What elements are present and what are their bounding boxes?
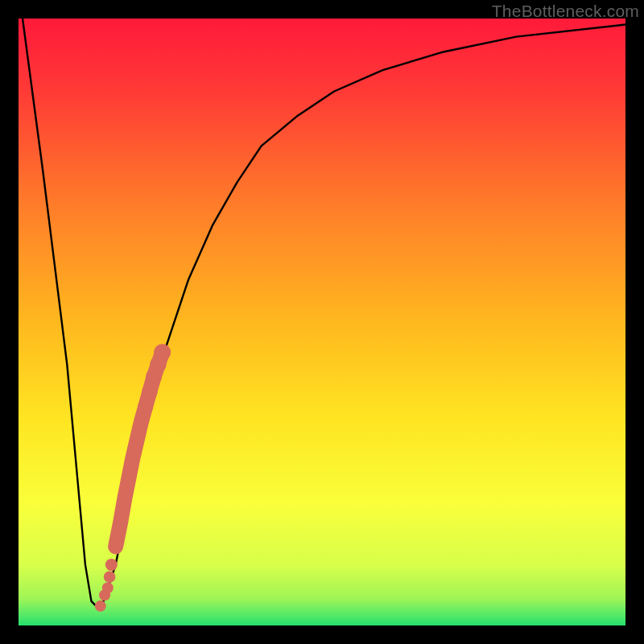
highlight-dot: [104, 571, 116, 583]
watermark-text: TheBottleneck.com: [492, 2, 639, 21]
highlight-dot: [109, 540, 122, 553]
highlight-dot: [95, 601, 106, 612]
gradient-background: [19, 19, 625, 625]
highlight-dot: [102, 582, 114, 593]
highlight-dot: [154, 344, 171, 361]
highlight-dot: [105, 559, 118, 571]
highlight-dot: [134, 415, 149, 430]
highlight-dot: [142, 384, 158, 400]
highlight-dot: [138, 399, 153, 415]
chart-svg: [19, 19, 625, 625]
highlight-dot: [118, 491, 132, 505]
chart-frame: TheBottleneck.com: [0, 0, 644, 644]
highlight-dot: [114, 516, 127, 529]
highlight-dot: [126, 452, 140, 466]
plot-area: [19, 19, 625, 625]
highlight-dot: [130, 433, 144, 448]
highlight-dot: [122, 470, 136, 484]
